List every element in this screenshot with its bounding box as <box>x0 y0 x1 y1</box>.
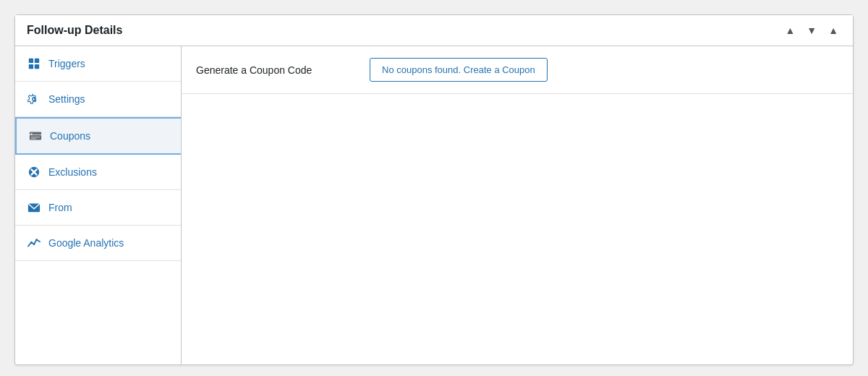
sidebar-item-exclusions-label: Exclusions <box>48 166 97 178</box>
from-icon <box>27 200 41 215</box>
sidebar-item-coupons[interactable]: Coupons <box>15 117 181 155</box>
header-controls: ▲ ▼ ▲ <box>782 24 841 37</box>
panel-header: Follow-up Details ▲ ▼ ▲ <box>15 15 853 46</box>
svg-rect-1 <box>35 59 39 63</box>
sidebar-item-from-label: From <box>48 202 72 213</box>
panel-title: Follow-up Details <box>27 24 122 37</box>
coupon-row-label: Generate a Coupon Code <box>196 64 355 76</box>
toggle-button[interactable]: ▲ <box>825 24 841 37</box>
sidebar-item-settings-label: Settings <box>48 93 85 105</box>
svg-rect-3 <box>35 64 39 69</box>
coupons-icon <box>28 129 43 143</box>
sidebar-item-google-analytics-label: Google Analytics <box>48 237 124 249</box>
collapse-up-button[interactable]: ▲ <box>782 24 798 37</box>
sidebar-item-coupons-label: Coupons <box>50 130 90 142</box>
svg-rect-2 <box>29 64 33 69</box>
svg-rect-6 <box>31 133 33 134</box>
sidebar-item-settings[interactable]: Settings <box>15 82 181 117</box>
sidebar-item-triggers-label: Triggers <box>48 58 85 69</box>
exclusions-icon <box>27 165 41 179</box>
analytics-icon <box>27 236 41 250</box>
settings-icon <box>27 92 41 106</box>
triggers-icon <box>27 56 41 71</box>
svg-rect-8 <box>31 138 36 139</box>
svg-rect-0 <box>29 59 33 63</box>
svg-point-15 <box>35 239 38 241</box>
sidebar-item-google-analytics[interactable]: Google Analytics <box>15 226 181 261</box>
follow-up-details-panel: Follow-up Details ▲ ▼ ▲ Triggers <box>14 14 854 365</box>
sidebar-item-exclusions[interactable]: Exclusions <box>15 155 181 190</box>
svg-rect-7 <box>31 137 41 137</box>
sidebar-item-from[interactable]: From <box>15 190 181 226</box>
sidebar-item-triggers[interactable]: Triggers <box>15 46 181 82</box>
create-coupon-button[interactable]: No coupons found. Create a Coupon <box>370 58 548 82</box>
coupon-row: Generate a Coupon Code No coupons found.… <box>182 46 853 94</box>
sidebar: Triggers Settings <box>15 46 182 364</box>
svg-point-13 <box>30 242 33 244</box>
svg-point-14 <box>33 243 35 245</box>
main-content: Generate a Coupon Code No coupons found.… <box>182 46 853 364</box>
collapse-down-button[interactable]: ▼ <box>804 24 820 37</box>
panel-body: Triggers Settings <box>15 46 853 364</box>
